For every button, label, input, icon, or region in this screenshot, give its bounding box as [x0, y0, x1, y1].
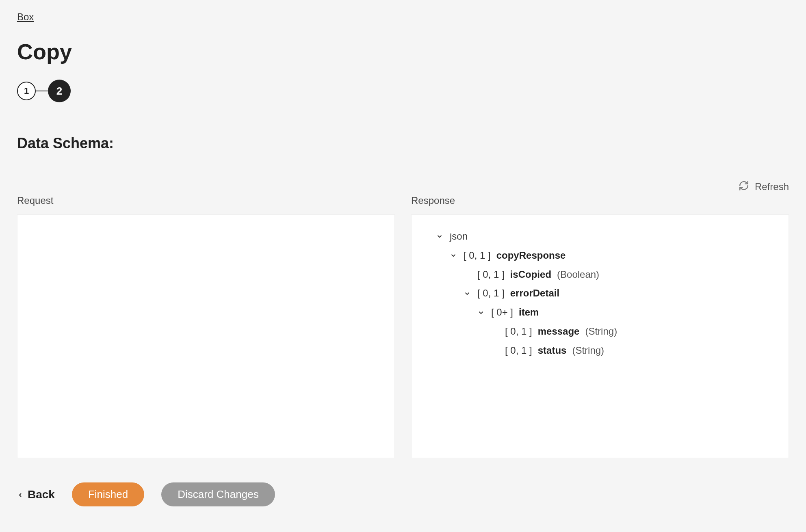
- request-panel: [17, 214, 395, 458]
- tree-node-iscopied[interactable]: [ 0, 1 ] isCopied (Boolean): [463, 265, 779, 284]
- section-title: Data Schema:: [17, 135, 789, 152]
- field-type: (String): [585, 322, 617, 341]
- cardinality: [ 0, 1 ]: [464, 246, 491, 265]
- tree-node-json[interactable]: json: [435, 227, 779, 246]
- cardinality: [ 0, 1 ]: [477, 284, 505, 303]
- field-name: errorDetail: [510, 284, 559, 303]
- finished-button[interactable]: Finished: [72, 482, 144, 506]
- response-panel-label: Response: [411, 195, 789, 206]
- tree-node-status[interactable]: [ 0, 1 ] status (String): [490, 341, 779, 360]
- step-2[interactable]: 2: [48, 80, 71, 102]
- cardinality: [ 0, 1 ]: [505, 341, 532, 360]
- refresh-button[interactable]: Refresh: [411, 180, 789, 193]
- chevron-down-icon[interactable]: [449, 252, 458, 259]
- stepper: 1 2: [17, 80, 789, 102]
- tree-root-label: json: [450, 227, 468, 246]
- field-name: copyResponse: [496, 246, 566, 265]
- tree-node-message[interactable]: [ 0, 1 ] message (String): [490, 322, 779, 341]
- tree-node-copyresponse[interactable]: [ 0, 1 ] copyResponse: [449, 246, 779, 265]
- field-type: (Boolean): [557, 265, 599, 284]
- field-name: item: [519, 303, 539, 322]
- step-1[interactable]: 1: [17, 82, 36, 100]
- refresh-label: Refresh: [755, 181, 789, 192]
- cardinality: [ 0, 1 ]: [477, 265, 505, 284]
- page-title: Copy: [17, 39, 789, 64]
- request-panel-label: Request: [17, 195, 395, 206]
- field-type: (String): [572, 341, 604, 360]
- chevron-down-icon[interactable]: [435, 233, 444, 240]
- discard-changes-button[interactable]: Discard Changes: [161, 482, 275, 506]
- stepper-connector: [36, 91, 48, 91]
- field-name: status: [538, 341, 567, 360]
- breadcrumb-root-link[interactable]: Box: [17, 11, 34, 22]
- chevron-left-icon: [17, 488, 24, 501]
- response-tree: json [ 0, 1 ] copyResponse: [421, 227, 779, 360]
- tree-node-errordetail[interactable]: [ 0, 1 ] errorDetail: [463, 284, 779, 303]
- cardinality: [ 0+ ]: [491, 303, 513, 322]
- breadcrumb: Box: [17, 11, 789, 23]
- field-name: isCopied: [510, 265, 551, 284]
- back-button[interactable]: Back: [17, 488, 55, 501]
- refresh-icon: [739, 180, 749, 193]
- chevron-down-icon[interactable]: [463, 290, 472, 297]
- cardinality: [ 0, 1 ]: [505, 322, 532, 341]
- response-panel: json [ 0, 1 ] copyResponse: [411, 214, 789, 458]
- field-name: message: [538, 322, 580, 341]
- back-label: Back: [28, 488, 55, 501]
- tree-node-item[interactable]: [ 0+ ] item: [477, 303, 779, 322]
- chevron-down-icon[interactable]: [477, 309, 485, 316]
